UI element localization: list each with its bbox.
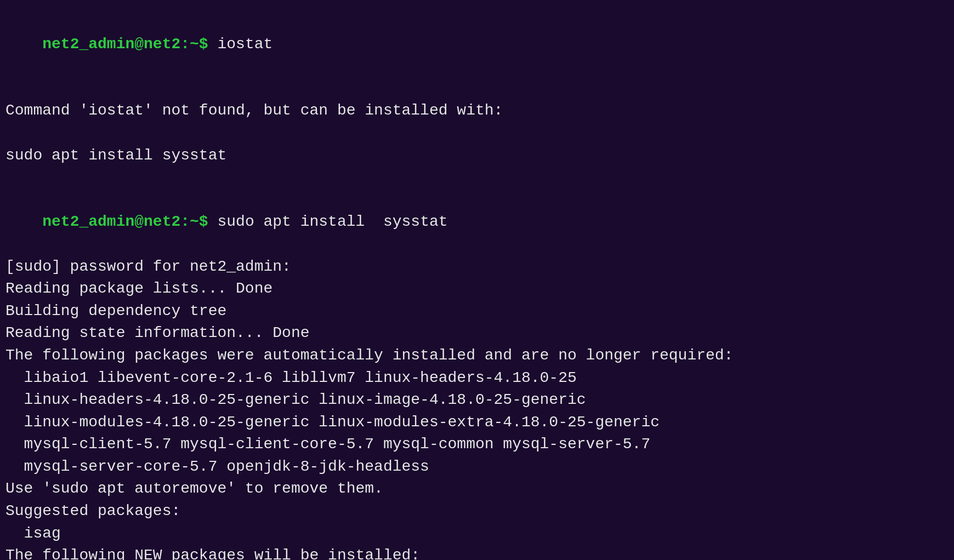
terminal-line-3: Command 'iostat' not found, but can be i… (5, 100, 949, 122)
empty-line-4 (5, 122, 949, 145)
terminal-line-11: Reading state information... Done (5, 322, 949, 345)
prompt-1: net2_admin@net2:~$ (42, 36, 208, 53)
terminal-line-14: linux-headers-4.18.0-25-generic linux-im… (5, 389, 949, 412)
terminal-line-13: libaio1 libevent-core-2.1-6 libllvm7 lin… (5, 367, 949, 390)
command-1: iostat (208, 36, 273, 53)
terminal-line-19: Suggested packages: (5, 500, 949, 523)
terminal-line-5: sudo apt install sysstat (5, 145, 949, 167)
terminal-line-7: net2_admin@net2:~$ sudo apt install syss… (5, 189, 949, 256)
terminal-line-17: mysql-server-core-5.7 openjdk-8-jdk-head… (5, 456, 949, 478)
terminal-line-21: The following NEW packages will be insta… (5, 545, 949, 560)
command-2: sudo apt install sysstat (208, 213, 448, 230)
terminal-line-16: mysql-client-5.7 mysql-client-core-5.7 m… (5, 433, 949, 456)
terminal-window: net2_admin@net2:~$ iostat Command 'iosta… (5, 11, 949, 560)
empty-line-2 (5, 78, 949, 100)
prompt-2: net2_admin@net2:~$ (42, 213, 208, 230)
terminal-line-12: The following packages were automaticall… (5, 345, 949, 367)
terminal-line-1: net2_admin@net2:~$ iostat (5, 11, 949, 78)
terminal-line-18: Use 'sudo apt autoremove' to remove them… (5, 478, 949, 500)
terminal-line-9: Reading package lists... Done (5, 278, 949, 300)
terminal-line-15: linux-modules-4.18.0-25-generic linux-mo… (5, 412, 949, 434)
terminal-line-20: isag (5, 523, 949, 545)
terminal-line-8: [sudo] password for net2_admin: (5, 256, 949, 278)
terminal-line-10: Building dependency tree (5, 300, 949, 323)
empty-line-6 (5, 167, 949, 189)
